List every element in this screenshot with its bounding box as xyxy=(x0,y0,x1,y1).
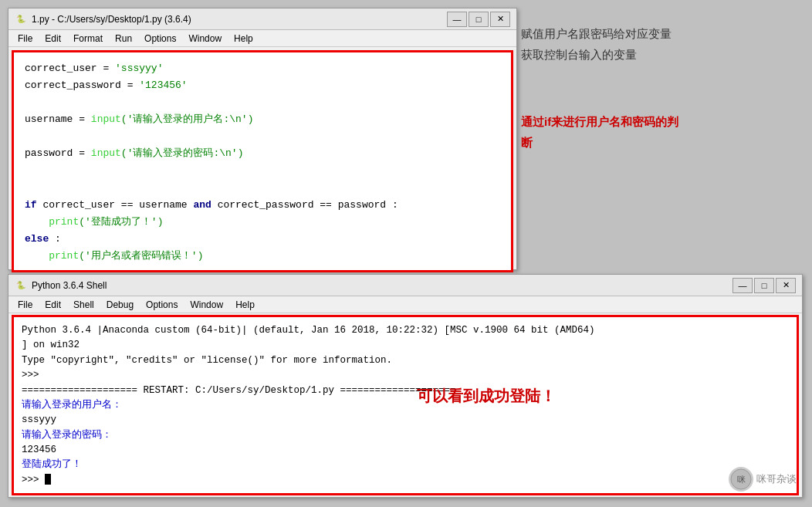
watermark-text: 咪哥杂谈 xyxy=(756,472,797,486)
shell-window: 🐍 Python 3.6.4 Shell — □ ✕ File Edit She… xyxy=(8,274,803,498)
menu-edit[interactable]: Edit xyxy=(39,32,67,46)
shell-output[interactable]: Python 3.6.4 |Anaconda custom (64-bit)| … xyxy=(12,315,799,495)
code-line-6: password = input('请输入登录的密码:\n') xyxy=(25,145,500,162)
shell-titlebar: 🐍 Python 3.6.4 Shell — □ ✕ xyxy=(8,275,802,296)
menu-format[interactable]: Format xyxy=(67,32,109,46)
annotation-text-1: 赋值用户名跟密码给对应变量获取控制台输入的变量 xyxy=(521,27,672,61)
menu-file[interactable]: File xyxy=(12,32,39,46)
code-line-3 xyxy=(25,94,500,111)
shell-icon: 🐍 xyxy=(15,279,27,292)
shell-menu-help[interactable]: Help xyxy=(229,298,261,312)
annotation-block-1: 赋值用户名跟密码给对应变量获取控制台输入的变量 xyxy=(521,23,803,65)
code-editor[interactable]: correct_user = 'sssyyy' correct_password… xyxy=(12,50,513,272)
code-line-9: if correct_user == username and correct_… xyxy=(25,197,500,214)
shell-title: Python 3.6.4 Shell xyxy=(32,280,732,291)
code-line-10: print('登陆成功了！') xyxy=(25,214,500,231)
shell-line-7: sssyyy xyxy=(22,413,789,428)
editor-titlebar: 🐍 1.py - C:/Users/sy/Desktop/1.py (3.6.4… xyxy=(8,8,516,30)
code-line-8 xyxy=(25,180,500,197)
watermark-icon: 咪 xyxy=(729,467,753,492)
editor-close-btn[interactable]: ✕ xyxy=(490,12,510,27)
menu-run[interactable]: Run xyxy=(109,32,138,46)
editor-controls: — □ ✕ xyxy=(447,12,510,27)
code-line-11: else : xyxy=(25,231,500,248)
editor-icon: 🐍 xyxy=(15,13,27,25)
shell-line-6: 请输入登录的用户名： xyxy=(22,398,789,413)
editor-title: 1.py - C:/Users/sy/Desktop/1.py (3.6.4) xyxy=(32,14,447,25)
annotation-panel: 赋值用户名跟密码给对应变量获取控制台输入的变量 通过if来进行用户名和密码的判断 xyxy=(521,8,803,270)
shell-line-4: >>> xyxy=(22,368,789,383)
svg-text:咪: 咪 xyxy=(737,475,746,484)
annotation-block-2: 通过if来进行用户名和密码的判断 xyxy=(521,111,803,153)
menu-window[interactable]: Window xyxy=(182,32,228,46)
code-line-12: print('用户名或者密码错误！') xyxy=(25,248,500,265)
shell-menu-debug[interactable]: Debug xyxy=(100,298,140,312)
shell-line-1: Python 3.6.4 |Anaconda custom (64-bit)| … xyxy=(22,323,789,338)
shell-menu-window[interactable]: Window xyxy=(184,298,229,312)
shell-controls: — □ ✕ xyxy=(732,278,796,293)
code-line-5 xyxy=(25,128,500,145)
bottom-annotation-text: 可以看到成功登陆！ xyxy=(417,387,556,404)
shell-line-8: 请输入登录的密码： xyxy=(22,428,789,443)
shell-menu-edit[interactable]: Edit xyxy=(39,298,67,312)
code-line-7 xyxy=(25,163,500,180)
shell-menu-file[interactable]: File xyxy=(12,298,39,312)
watermark: 咪 咪哥杂谈 xyxy=(729,467,797,492)
shell-menu-options[interactable]: Options xyxy=(140,298,184,312)
shell-line-3: Type "copyright", "credits" or "license(… xyxy=(22,353,789,368)
shell-close-btn[interactable]: ✕ xyxy=(776,278,796,293)
watermark-svg: 咪 xyxy=(730,468,752,490)
shell-minimize-btn[interactable]: — xyxy=(732,278,753,293)
annotation-text-2: 通过if来进行用户名和密码的判断 xyxy=(521,115,678,149)
shell-line-5: ==================== RESTART: C:/Users/s… xyxy=(22,384,789,398)
menu-options[interactable]: Options xyxy=(138,32,182,46)
shell-menubar: File Edit Shell Debug Options Window Hel… xyxy=(8,296,802,313)
shell-maximize-btn[interactable]: □ xyxy=(754,278,774,293)
shell-menu-shell[interactable]: Shell xyxy=(67,298,100,312)
shell-line-10: 登陆成功了！ xyxy=(22,458,789,472)
editor-minimize-btn[interactable]: — xyxy=(447,12,467,27)
shell-line-2: ] on win32 xyxy=(22,338,789,353)
shell-line-11: >>> xyxy=(22,473,789,488)
menu-help[interactable]: Help xyxy=(228,32,259,46)
bottom-annotation: 可以看到成功登陆！ xyxy=(417,386,556,407)
code-line-1: correct_user = 'sssyyy' xyxy=(25,60,500,77)
editor-menubar: File Edit Format Run Options Window Help xyxy=(8,30,516,47)
code-line-2: correct_password = '123456' xyxy=(25,77,500,94)
shell-line-9: 123456 xyxy=(22,443,789,458)
code-line-4: username = input('请输入登录的用户名:\n') xyxy=(25,111,500,128)
editor-maximize-btn[interactable]: □ xyxy=(469,12,489,27)
editor-window: 🐍 1.py - C:/Users/sy/Desktop/1.py (3.6.4… xyxy=(8,8,517,270)
